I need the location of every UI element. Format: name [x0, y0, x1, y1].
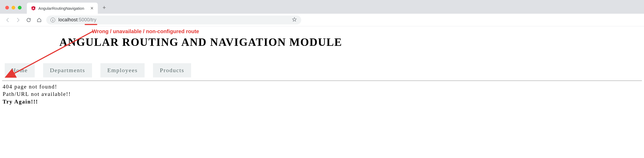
- tab-bar: AngularRoutingNavigation ✕ +: [27, 0, 111, 14]
- nav-home-button[interactable]: Home: [5, 63, 35, 77]
- browser-toolbar: i localhost:5000/try: [0, 14, 644, 26]
- page-title: ANGULAR ROUTING AND NAVIGATION MODULE: [59, 36, 642, 48]
- annotation-label: Wrong / unavailable / non-configured rou…: [92, 28, 199, 34]
- error-block: 404 page not found! Path/URL not availab…: [3, 83, 642, 105]
- window-close-button[interactable]: [5, 6, 9, 9]
- error-line-404: 404 page not found!: [3, 83, 642, 90]
- window-maximize-button[interactable]: [18, 6, 22, 9]
- tab-title: AngularRoutingNavigation: [38, 6, 88, 11]
- forward-button[interactable]: [15, 17, 22, 23]
- page-content: Wrong / unavailable / non-configured rou…: [0, 26, 644, 105]
- nav-departments-button[interactable]: Departments: [43, 63, 92, 77]
- nav-employees-button[interactable]: Employees: [100, 63, 145, 77]
- error-line-try-again: Try Again!!!: [3, 98, 642, 105]
- nav-button-row: Home Departments Employees Products: [5, 63, 642, 77]
- site-info-icon[interactable]: i: [50, 18, 55, 22]
- error-line-path: Path/URL not available!!: [3, 90, 642, 98]
- reload-button[interactable]: [25, 17, 32, 23]
- browser-tab[interactable]: AngularRoutingNavigation ✕: [27, 3, 98, 14]
- bookmark-star-icon[interactable]: [292, 17, 297, 23]
- nav-products-button[interactable]: Products: [153, 63, 191, 77]
- tab-close-icon[interactable]: ✕: [90, 6, 94, 11]
- url-text: localhost:5000/try: [58, 17, 96, 23]
- url-host: localhost: [58, 17, 78, 22]
- window-minimize-button[interactable]: [12, 6, 15, 9]
- home-button[interactable]: [36, 17, 43, 23]
- url-path: :5000/try: [78, 17, 96, 22]
- angular-favicon: [31, 6, 36, 11]
- address-bar[interactable]: i localhost:5000/try: [46, 16, 301, 24]
- annotation-underline: [85, 24, 97, 25]
- divider: [2, 81, 642, 81]
- back-button[interactable]: [4, 17, 11, 23]
- svg-marker-2: [293, 17, 297, 21]
- new-tab-button[interactable]: +: [98, 4, 111, 14]
- traffic-lights: [0, 6, 27, 14]
- browser-tab-strip: AngularRoutingNavigation ✕ +: [0, 0, 644, 14]
